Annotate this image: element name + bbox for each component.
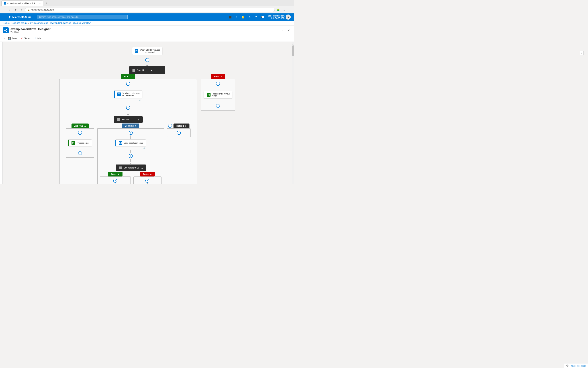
tab-close-button[interactable]: ✕	[39, 2, 41, 4]
add-after-review-email[interactable]: +	[126, 106, 130, 110]
breadcrumb-logic-app[interactable]: myStandardLogicApp	[50, 22, 71, 24]
workflow-container: When a HTTP requestis received +	[6, 45, 288, 184]
true-branch-header[interactable]: True ∧	[121, 74, 135, 79]
svg-point-1	[6, 29, 7, 30]
new-tab-button[interactable]: +	[44, 1, 49, 6]
check-response-node[interactable]: Check response ∧	[116, 165, 146, 171]
send-escalation-node[interactable]: Send escalation email	[115, 139, 146, 146]
help-icon[interactable]: ?	[253, 14, 259, 20]
breadcrumb-my-resource-group[interactable]: myResourceGroup	[29, 22, 48, 24]
left-sidebar[interactable]: «	[0, 42, 2, 184]
add-in-check-true[interactable]: +	[113, 179, 117, 183]
breadcrumb-resource-groups[interactable]: Resource groups	[11, 22, 28, 24]
svg-line-3	[5, 29, 6, 30]
check-false-wrapper: False ∧ +	[133, 172, 161, 184]
sidebar-expand-button[interactable]: ›	[3, 37, 5, 40]
review-node[interactable]: Review ∧	[114, 116, 143, 123]
send-escalation-icon	[119, 141, 122, 145]
search-bar[interactable]	[37, 15, 128, 19]
add-after-pwr[interactable]: +	[216, 104, 220, 108]
add-in-false[interactable]: +	[216, 82, 220, 86]
right-scrollbar[interactable]: ▲ ▼	[292, 42, 294, 184]
add-after-trigger[interactable]: +	[145, 58, 149, 62]
url-bar[interactable]: 🔒 https://portal.azure.com/	[25, 8, 275, 12]
default-header[interactable]: Default ∧	[174, 123, 189, 128]
add-in-check-false[interactable]: +	[145, 179, 149, 183]
check-false-inner: +	[136, 179, 159, 184]
check-response-label: Check response	[124, 166, 139, 169]
hamburger-menu[interactable]: ☰	[2, 15, 6, 19]
default-container: +	[167, 128, 191, 137]
forward-button[interactable]: ›	[8, 8, 12, 12]
escalate-container: +	[97, 128, 164, 184]
close-designer-button[interactable]: ✕	[286, 28, 291, 33]
arrow-to-review	[127, 114, 129, 116]
add-in-escalate[interactable]: +	[129, 131, 133, 135]
page-title-area: example-workflow | Designer Workflow	[10, 28, 51, 33]
check-true-header[interactable]: True ∧	[108, 172, 122, 176]
notifications-icon[interactable]: 🔔	[240, 14, 246, 20]
approve-header[interactable]: Approve ∧	[72, 123, 89, 128]
email-icon-2	[119, 142, 122, 144]
add-before-default[interactable]: +	[168, 124, 172, 128]
chat-icon[interactable]: 💬	[260, 14, 265, 20]
add-in-true-branch[interactable]: +	[126, 82, 130, 86]
cloud-shell-icon[interactable]: ⬛	[227, 14, 233, 20]
add-in-approve[interactable]: +	[78, 131, 82, 135]
back-button[interactable]: ‹	[2, 8, 6, 12]
add-after-process-order[interactable]: +	[78, 151, 82, 155]
send-review-label: Send manual reviewrequest email	[122, 92, 140, 96]
true-branch-chevron: ∧	[131, 76, 132, 78]
check-response-collapse[interactable]: ∧	[141, 166, 143, 169]
azure-logo: Microsoft Azure	[8, 15, 31, 19]
discard-button[interactable]: ✕ Discard	[19, 36, 33, 40]
scroll-up-btn[interactable]: ▲	[292, 42, 294, 45]
send-review-email-node[interactable]: Send manual reviewrequest email	[114, 91, 142, 98]
false-branch-header[interactable]: False ∧	[211, 74, 225, 79]
check-false-header[interactable]: False ∧	[140, 172, 155, 176]
default-branch-wrapper: + Default ∧ +	[167, 123, 191, 137]
v-approve-2	[80, 147, 80, 150]
escalate-chevron: ∧	[135, 125, 137, 127]
trigger-node[interactable]: When a HTTP requestis received	[132, 47, 162, 55]
true-branch-wrapper: True ∧ +	[59, 74, 197, 184]
condition-branches: True ∧ +	[59, 74, 235, 184]
condition-collapse-btn[interactable]: ∧	[148, 68, 162, 73]
browser-tab-active[interactable]: A example-workflow - Microsoft A... ✕	[1, 0, 43, 6]
approve-container: + Process order	[66, 128, 94, 158]
breadcrumb-home[interactable]: Home	[3, 22, 9, 24]
favorites-button[interactable]: ☆	[282, 8, 286, 12]
false-branch-inner: + Process order withoutreview +	[204, 82, 232, 108]
process-order-node[interactable]: Process order	[68, 139, 92, 146]
svg-rect-9	[134, 70, 135, 72]
check-false-container: +	[133, 176, 161, 184]
process-without-review-node[interactable]: Process order withoutreview	[204, 91, 232, 99]
extensions-button[interactable]: 🧩	[276, 8, 280, 12]
refresh-button[interactable]: ↻	[13, 8, 18, 12]
condition-node[interactable]: Condition ∧	[129, 66, 166, 74]
add-after-escalation-email[interactable]: +	[129, 154, 133, 158]
v-approve-1	[80, 136, 80, 139]
scrollbar-thumb[interactable]	[292, 45, 294, 56]
more-options-button[interactable]: ···	[279, 28, 285, 33]
check-response-svg	[119, 166, 122, 169]
browser-menu-button[interactable]: ⋯	[288, 8, 292, 12]
send-review-email-wrapper: Send manual reviewrequest email 🔗	[114, 91, 142, 101]
url-text: https://portal.azure.com/	[31, 9, 55, 11]
save-button[interactable]: 💾 Save	[6, 36, 18, 40]
browser-chrome: A example-workflow - Microsoft A... ✕ + …	[0, 0, 294, 13]
process-order-icon	[72, 141, 75, 145]
settings-icon[interactable]: ⚙	[247, 14, 252, 20]
home-button[interactable]: ⌂	[19, 8, 24, 12]
search-input[interactable]	[37, 15, 128, 19]
info-button[interactable]: ℹ Info	[34, 36, 42, 40]
review-collapse-btn[interactable]: ∧	[138, 118, 140, 121]
review-svg	[117, 118, 120, 121]
add-in-default[interactable]: +	[177, 131, 181, 135]
false-label: False	[214, 75, 219, 78]
escalate-header[interactable]: Escalate ∧	[122, 123, 139, 128]
user-info[interactable]: nicole@contoso.com CONTOSO, LTD N	[266, 14, 292, 20]
feedback-icon[interactable]: ☺	[233, 14, 239, 20]
breadcrumb-workflow[interactable]: example-workflow	[73, 22, 91, 24]
svg-rect-15	[119, 142, 121, 144]
